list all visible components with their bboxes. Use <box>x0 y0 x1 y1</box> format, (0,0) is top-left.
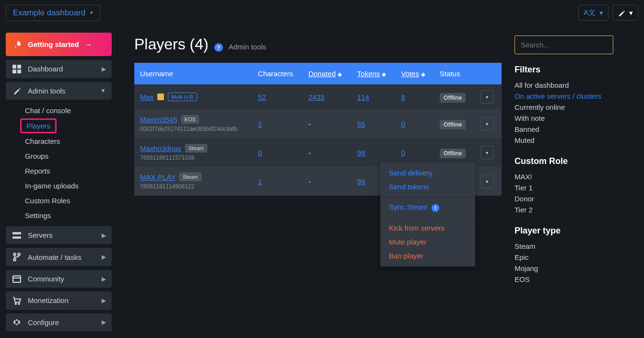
translate-icon: A文 <box>584 8 596 17</box>
player-type-filter-item[interactable]: Epic <box>515 252 630 263</box>
role-filter-item[interactable]: MAX! <box>515 171 630 182</box>
info-icon: i <box>432 204 439 212</box>
menu-divider <box>380 197 475 197</box>
sidebar: Getting started → Dashboard ▶ Admin tool… <box>0 26 118 338</box>
row-action-menu: Send delivery Send tokens Sync Steam i K… <box>380 162 475 267</box>
nav-automate[interactable]: Automate / tasks ▶ <box>6 248 112 266</box>
subnav-players[interactable]: Players <box>20 118 57 133</box>
chevron-right-icon: ▶ <box>102 254 106 260</box>
menu-send-tokens[interactable]: Send tokens <box>380 180 475 194</box>
topbar-actions: A文 ▾ ▾ <box>578 5 638 21</box>
player-type-filter-item[interactable]: Mojang <box>515 263 630 274</box>
getting-started-button[interactable]: Getting started → <box>6 33 112 56</box>
cell-link[interactable]: 1 <box>258 177 262 186</box>
player-subid: 76561198111571038 <box>140 154 246 161</box>
cell-link[interactable]: 0 <box>401 149 405 157</box>
menu-sync-steam[interactable]: Sync Steam i <box>380 200 475 215</box>
gear-icon <box>12 318 21 326</box>
filter-online[interactable]: Currently online <box>515 102 630 113</box>
status-badge: Offline <box>440 149 466 158</box>
menu-send-delivery[interactable]: Send delivery <box>380 166 475 180</box>
svg-rect-9 <box>13 276 21 282</box>
col-tokens[interactable]: Tokens◆ <box>351 63 396 84</box>
translate-button[interactable]: A文 ▾ <box>578 5 609 21</box>
role-filter-item[interactable]: Donor <box>515 193 630 204</box>
filter-active-servers[interactable]: On active servers / clusters <box>515 91 630 102</box>
nav-label: Dashboard <box>28 65 63 73</box>
nav-label: Configure <box>28 318 59 326</box>
col-votes[interactable]: Votes◆ <box>395 63 434 84</box>
cell-link[interactable]: 52 <box>258 93 266 101</box>
svg-rect-4 <box>12 232 21 234</box>
menu-mute[interactable]: Mute player <box>380 235 475 249</box>
row-action-button[interactable]: ▾ <box>480 146 494 159</box>
cell-link[interactable]: 98 <box>357 149 365 157</box>
filter-all[interactable]: All for dashboard <box>515 80 630 91</box>
chevron-right-icon: ▶ <box>102 319 106 326</box>
platform-badge: Steam <box>179 173 201 181</box>
search-input[interactable] <box>515 35 613 54</box>
filter-banned[interactable]: Banned <box>515 124 630 135</box>
help-icon[interactable]: ? <box>214 43 223 52</box>
subnav-uploads[interactable]: In-game uploads <box>6 179 112 193</box>
cell-link[interactable]: 114 <box>357 93 369 101</box>
svg-point-6 <box>13 253 16 256</box>
player-name-link[interactable]: Maxim3545 <box>140 116 177 124</box>
cell-link[interactable]: 2433 <box>308 93 324 101</box>
row-action-button[interactable]: ▾ <box>480 90 494 104</box>
platform-badge: Multi (+3) <box>168 93 197 101</box>
breadcrumb: Admin tools <box>229 43 266 51</box>
player-subid: 0002f7de25274111ae0b5b8f24dc9afb <box>140 126 246 132</box>
filter-muted[interactable]: Muted <box>515 135 630 146</box>
svg-point-7 <box>13 259 16 261</box>
player-type-heading: Player type <box>515 226 630 236</box>
role-filter-item[interactable]: Tier 1 <box>515 182 630 193</box>
subnav-groups[interactable]: Groups <box>6 149 112 163</box>
nav-dashboard[interactable]: Dashboard ▶ <box>6 60 112 78</box>
chevron-right-icon: ▶ <box>102 297 106 304</box>
menu-ban[interactable]: Ban player <box>380 249 475 263</box>
col-characters[interactable]: Characters <box>252 63 303 84</box>
subnav-custom-roles[interactable]: Custom Roles <box>6 194 112 208</box>
filter-with-note[interactable]: With note <box>515 113 630 124</box>
cell-link[interactable]: 99 <box>357 177 365 186</box>
role-filter-item[interactable]: Tier 2 <box>515 204 630 215</box>
svg-rect-2 <box>12 70 16 73</box>
dashboard-selector[interactable]: Example dashboard ▾ <box>6 5 100 21</box>
nav-community[interactable]: Community ▶ <box>6 270 112 288</box>
menu-kick[interactable]: Kick from servers <box>380 221 475 235</box>
row-action-button[interactable]: ▾ <box>480 117 494 130</box>
subnav-settings[interactable]: Settings <box>6 209 112 222</box>
nav-configure[interactable]: Configure ▶ <box>6 314 112 331</box>
magic-wand-icon <box>12 86 21 95</box>
chevron-down-icon: ▾ <box>90 10 93 16</box>
player-name-link[interactable]: Maxho3dnax <box>140 144 181 152</box>
cell-link[interactable]: 55 <box>357 120 365 128</box>
arrow-right-icon: → <box>85 40 92 48</box>
chevron-down-icon: ▾ <box>629 9 633 17</box>
col-username[interactable]: Username <box>134 63 252 84</box>
cell-link[interactable]: 8 <box>401 93 405 101</box>
cell-link[interactable]: 1 <box>258 120 262 128</box>
player-type-filter-item[interactable]: Steam <box>515 241 630 252</box>
platform-badge: Steam <box>185 144 207 152</box>
nav-monetization[interactable]: Monetization ▶ <box>6 291 112 309</box>
subnav-reports[interactable]: Reports <box>6 164 112 178</box>
svg-point-11 <box>15 303 16 304</box>
row-action-button[interactable]: ▾ <box>480 175 494 188</box>
col-status: Status <box>434 63 475 84</box>
admin-tools-submenu: Chat / console Players Characters Groups… <box>6 104 112 222</box>
player-name-link[interactable]: MAX PLAY <box>140 173 176 181</box>
subnav-characters[interactable]: Characters <box>6 134 112 148</box>
nav-servers[interactable]: Servers ▶ <box>6 226 112 244</box>
col-donated[interactable]: Donated◆ <box>303 63 351 84</box>
nav-admin-tools[interactable]: Admin tools ▼ <box>6 82 112 100</box>
cart-icon <box>12 296 21 305</box>
cell-link[interactable]: 0 <box>401 120 405 128</box>
player-type-filter-item[interactable]: EOS <box>515 274 630 285</box>
magic-wand-button[interactable]: ▾ <box>612 5 638 21</box>
cell-link[interactable]: 0 <box>258 149 262 157</box>
player-name-link[interactable]: Max <box>140 93 153 101</box>
table-row: Maxim3545 EOS0002f7de25274111ae0b5b8f24d… <box>134 109 502 138</box>
subnav-chat-console[interactable]: Chat / console <box>6 104 112 117</box>
